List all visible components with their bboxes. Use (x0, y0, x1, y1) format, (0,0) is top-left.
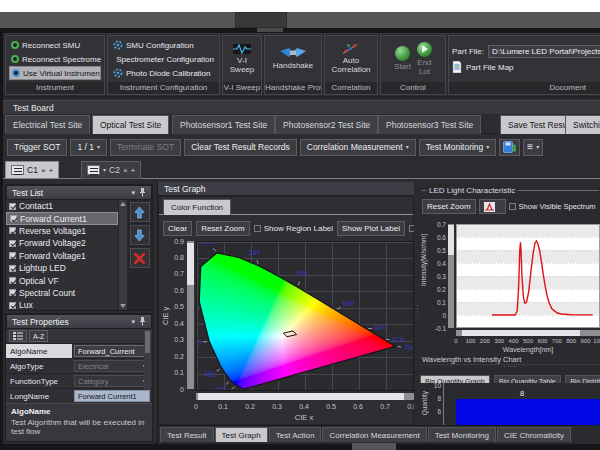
part-file-path-field[interactable]: D:\Lumere LED Portal\Projects\LU..\Lumer… (488, 45, 600, 58)
start-button[interactable]: Start (394, 46, 411, 72)
move-up-button[interactable] (130, 202, 150, 222)
checkbox-checked-icon[interactable] (9, 302, 16, 309)
led-spectrum-plot[interactable] (456, 224, 600, 328)
collapse-icon[interactable]: ▾ (131, 189, 135, 197)
tab-photosensor2-test-site[interactable]: Photosensor2 Test Site (275, 115, 378, 134)
checkbox-icon[interactable] (509, 203, 516, 210)
tab-test-graph[interactable]: Test Graph (215, 427, 268, 442)
tab-electrical-test-site[interactable]: Electrical Test Site (5, 115, 90, 134)
vi-sweep-button[interactable]: V-I Sweep (230, 43, 254, 75)
tab-bin-distribution-graph[interactable]: Bin Distribution Graph (565, 375, 600, 384)
property-row[interactable]: FunctionType Category▾ (6, 374, 152, 389)
checkbox-checked-icon[interactable] (10, 215, 17, 222)
photo-diode-calibration-button[interactable]: Photo Diode Calibration (111, 66, 216, 80)
channel-tab-c1[interactable]: C1 × + (5, 161, 59, 179)
tab-bin-quantity-graph[interactable]: Bin Quantity Graph (420, 375, 490, 384)
show-region-label-checkbox[interactable]: Show Region Label (254, 224, 333, 233)
property-value-dropdown[interactable]: Category▾ (74, 375, 150, 387)
spectrum-horizontal-scrollbar[interactable] (456, 330, 600, 336)
menu-dropdown-button[interactable]: ≡▾ (523, 139, 543, 156)
tab-test-result[interactable]: Test Result (160, 427, 214, 442)
tab-photosensor3-test-site[interactable]: Photosensor3 Test Site (378, 115, 481, 134)
smu-configuration-button[interactable]: SMU Configuration (111, 38, 216, 52)
move-down-button[interactable] (130, 225, 150, 245)
close-icon[interactable]: × (41, 166, 46, 175)
scrollbar-thumb[interactable] (448, 225, 454, 255)
channel-tab-c2[interactable]: ▾ C2 × + (81, 161, 141, 179)
show-visible-spectrum-checkbox[interactable]: Show Visible Spectrum (509, 202, 596, 211)
checkbox-checked-icon[interactable] (9, 240, 16, 247)
checkbox-checked-icon[interactable] (9, 289, 16, 296)
reset-zoom-button[interactable]: Reset Zoom (196, 221, 250, 236)
test-list-item[interactable]: Reverse Voltage1 (6, 225, 118, 237)
reconnect-spectrometer-button[interactable]: Reconnect Spectrometer (9, 52, 101, 66)
correlation-measurement-dropdown[interactable]: Correlation Measurement▾ (300, 139, 416, 156)
end-lot-button[interactable]: End Lot (417, 42, 432, 77)
property-row[interactable]: AlgoName Forward_Current (6, 344, 152, 359)
test-list-item[interactable]: Contact1 (6, 200, 118, 212)
tab-optical-test-site[interactable]: Optical Test Site (92, 115, 169, 134)
property-value-field[interactable]: Forward Current1 (74, 390, 150, 402)
checkbox-checked-icon[interactable] (9, 227, 16, 234)
test-monitoring-dropdown[interactable]: Test Monitoring▾ (419, 139, 497, 156)
property-value-dropdown[interactable]: Electrical▾ (74, 360, 150, 372)
tab-test-monitoring[interactable]: Test Monitoring (428, 427, 496, 442)
tab-color-function[interactable]: Color Function (163, 199, 231, 215)
checkbox-checked-icon[interactable] (9, 265, 16, 272)
test-list-scrollbar[interactable] (118, 200, 127, 310)
checkbox-checked-icon[interactable] (9, 203, 16, 210)
property-row[interactable]: AlgoType Electrical▾ (6, 359, 152, 374)
show-plot-label-button[interactable]: Show Plot Label (337, 221, 405, 236)
test-list-item[interactable]: Lux (6, 299, 118, 311)
scrollbar-thumb[interactable] (462, 330, 580, 336)
property-value-field[interactable]: Forward_Current (74, 345, 150, 357)
sort-alphabetical-button[interactable]: A-Z (29, 330, 48, 342)
led-reset-zoom-button[interactable]: Reset Zoom (422, 199, 476, 214)
spectrometer-configuration-button[interactable]: Spectrometer Configuration (111, 52, 216, 66)
clear-button[interactable]: Clear (163, 221, 192, 236)
collapse-icon[interactable]: ▾ (131, 318, 135, 326)
clear-test-result-records-button[interactable]: Clear Test Result Records (184, 139, 297, 156)
checkbox-checked-icon[interactable] (9, 277, 16, 284)
part-file-map-button[interactable]: Part File Map (452, 59, 600, 75)
property-row[interactable]: LongName Forward Current1 (6, 389, 152, 404)
scrollbar-thumb[interactable] (198, 393, 404, 400)
add-icon[interactable]: + (49, 166, 54, 175)
bin-quantity-chart[interactable]: Quantity 1086 8 (420, 383, 600, 425)
test-list-item[interactable]: Lightup LED (6, 262, 118, 274)
add-icon[interactable]: + (131, 166, 136, 175)
plot-style-dropdown[interactable]: ▾ (479, 199, 506, 214)
scrollbar-thumb[interactable] (187, 243, 194, 285)
delete-test-button[interactable] (130, 248, 150, 268)
tab-bin-quantity-table[interactable]: Bin Quantity Table (494, 375, 561, 384)
sot-count-dropdown[interactable]: 1 / 1▾ (70, 139, 107, 156)
test-list-item[interactable]: Forward Voltage1 (6, 250, 118, 262)
categorize-button[interactable] (9, 330, 27, 342)
pin-icon[interactable] (139, 188, 146, 197)
scrollbar-thumb[interactable] (145, 331, 150, 353)
auto-correlation-button[interactable]: Auto Correlation (331, 43, 370, 75)
properties-scrollbar[interactable] (144, 330, 151, 390)
tab-test-action[interactable]: Test Action (269, 427, 322, 442)
cie-chromaticity-diagram[interactable] (196, 241, 414, 391)
reconnect-smu-button[interactable]: Reconnect SMU (9, 38, 101, 52)
terminate-sot-button[interactable]: Terminate SOT (110, 139, 181, 156)
test-list-item[interactable]: Optical VF (6, 274, 118, 286)
save-export-button[interactable] (499, 139, 520, 156)
checkbox-checked-icon[interactable] (9, 252, 16, 259)
test-list-item[interactable]: Forward Voltage2 (6, 237, 118, 249)
taskbar-tab[interactable] (235, 12, 287, 28)
horizontal-splitter[interactable]: ···· (420, 364, 600, 369)
switching-board-button[interactable]: Switching Board (565, 115, 600, 134)
scroll-down-icon[interactable] (120, 304, 126, 308)
scroll-up-icon[interactable] (120, 202, 126, 206)
checkbox-icon[interactable] (254, 225, 261, 232)
tab-photosensor1-test-site[interactable]: Photosensor1 Test Site (172, 115, 275, 134)
cie-vertical-scrollbar[interactable] (187, 241, 194, 389)
cie-horizontal-scrollbar[interactable] (196, 393, 414, 400)
spectrum-vertical-scrollbar[interactable] (448, 224, 454, 328)
test-list-item[interactable]: Spectral Count (6, 287, 118, 299)
tab-correlation-measurement[interactable]: Correlation Measurement (322, 427, 426, 442)
test-list-item-selected[interactable]: Forward Current1 (6, 212, 118, 224)
tab-cie-chromaticity[interactable]: CIE Chromaticity (497, 427, 571, 442)
